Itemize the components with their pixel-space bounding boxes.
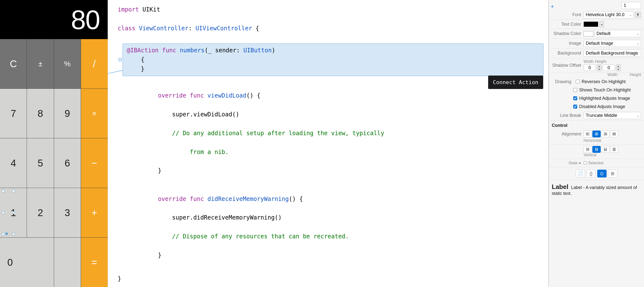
shadow-offset-width-input[interactable]: 0: [584, 64, 596, 71]
state-checkbox[interactable]: [584, 161, 587, 165]
editor-content: import UIKit class ViewController: UIVie…: [108, 0, 548, 287]
line-break-label: Line Break: [552, 113, 584, 118]
image-label: Image: [552, 41, 584, 46]
calc-btn-0[interactable]: 0: [0, 238, 54, 287]
svg-rect-11: [604, 135, 607, 135]
code-line-blank3: [118, 77, 544, 86]
align-left-button[interactable]: [584, 131, 592, 137]
highlighted-adjusts-image-label: Highlighted Adjusts Image: [579, 96, 630, 101]
icon-row: 📄 {} ⊙ ⊞: [549, 167, 644, 180]
svg-rect-6: [595, 133, 598, 133]
align-right-button[interactable]: [601, 131, 610, 137]
highlighted-ibaction-block: @IBAction func numbers(_ sender: UIButto…: [122, 43, 544, 76]
text-color-row: Text Color ⌄: [549, 20, 644, 29]
calculator-display: 80: [0, 0, 108, 39]
height-col-label: Height: [630, 73, 641, 77]
plus-button[interactable]: +: [549, 3, 556, 10]
number-input[interactable]: [622, 2, 641, 9]
svg-rect-24: [613, 148, 614, 151]
reverses-on-highlight-checkbox[interactable]: [576, 80, 580, 84]
shows-touch-on-highlight-label: Shows Touch On Highlight: [579, 87, 631, 93]
svg-rect-26: [615, 148, 615, 151]
stepper-up[interactable]: ▲: [597, 64, 602, 68]
editor-panel: import UIKit class ViewController: UIVie…: [108, 0, 548, 287]
calc-btn-8[interactable]: 8: [27, 89, 54, 138]
disabled-adjusts-image-label: Disabled Adjusts Image: [579, 104, 625, 109]
width-label: Width: [584, 59, 594, 64]
calc-btn-clear[interactable]: C: [0, 39, 27, 88]
svg-rect-17: [588, 148, 589, 151]
icon-circle-btn[interactable]: ⊙: [597, 170, 606, 178]
shows-touch-on-highlight-checkbox[interactable]: [573, 88, 577, 92]
shadow-color-swatch[interactable]: [584, 31, 593, 36]
height-label: Height: [595, 59, 606, 64]
font-type-button[interactable]: T: [635, 12, 641, 18]
align-fill-v-button[interactable]: [610, 146, 618, 153]
stepper-down[interactable]: ▼: [597, 68, 602, 71]
text-color-arrow[interactable]: ⌄: [599, 21, 604, 27]
calc-btn-3[interactable]: 3: [54, 188, 81, 237]
image-value[interactable]: Default Image: [584, 40, 641, 47]
calc-btn-9[interactable]: 9: [54, 89, 81, 138]
calc-btn-6[interactable]: 6: [54, 138, 81, 188]
shadow-offset-height-stepper[interactable]: ▲ ▼: [616, 64, 621, 71]
display-value: 80: [71, 4, 100, 35]
alignment-horizontal-row: Alignment Horizontal: [549, 129, 644, 144]
shadow-offset-width-stepper[interactable]: ▲ ▼: [597, 64, 602, 71]
vertical-label: Vertical: [584, 153, 596, 157]
shadow-color-row: Shadow Color Default: [549, 29, 644, 39]
calc-btn-5[interactable]: 5: [27, 138, 54, 188]
code-line-super-memory: super.didReceiveMemoryWarning(): [122, 208, 544, 227]
drawing-label: Drawing: [552, 79, 574, 84]
align-top-button[interactable]: [584, 146, 592, 153]
calc-btn-plusminus[interactable]: ±: [27, 39, 54, 88]
icon-page-btn[interactable]: 📄: [576, 170, 585, 178]
svg-rect-8: [595, 135, 598, 135]
align-middle-button[interactable]: [592, 146, 601, 153]
code-line-ibaction: @IBAction func numbers(_ sender: UIButto…: [127, 46, 539, 55]
stepper-down-h[interactable]: ▼: [616, 68, 620, 71]
calc-btn-decimal[interactable]: [54, 238, 81, 287]
font-label: Font: [552, 12, 584, 17]
state-row: State ● Selected: [549, 159, 644, 167]
horizontal-alignment-group: [584, 131, 618, 137]
code-line-close-viewdidload: }: [122, 161, 544, 180]
svg-rect-19: [596, 148, 597, 151]
code-line-open-brace: {: [127, 55, 539, 64]
align-fill-button[interactable]: [610, 131, 618, 137]
svg-rect-14: [612, 135, 616, 135]
highlighted-adjusts-image-checkbox[interactable]: [573, 96, 577, 100]
icon-grid-btn[interactable]: ⊞: [608, 170, 617, 178]
calc-btn-percent[interactable]: %: [54, 39, 81, 88]
reverses-on-highlight-row: Drawing Reverses On Highlight: [549, 77, 644, 86]
calc-btn-add[interactable]: +: [81, 188, 108, 237]
calc-btn-equals[interactable]: =: [81, 238, 108, 287]
horizontal-label: Horizontal: [584, 138, 601, 143]
alignment-label: Alignment: [552, 132, 584, 137]
text-color-swatch[interactable]: [584, 21, 598, 27]
selected-label: Selected: [588, 161, 604, 165]
shadow-color-value[interactable]: Default: [594, 30, 641, 37]
icon-curly-btn[interactable]: {}: [586, 170, 596, 178]
calc-btn-subtract[interactable]: −: [81, 138, 108, 188]
calc-btn-1[interactable]: 1: [0, 188, 27, 237]
background-value[interactable]: Default Background Image: [584, 50, 641, 57]
calc-btn-multiply[interactable]: ×: [81, 89, 108, 138]
calc-btn-divide[interactable]: /: [81, 39, 108, 88]
svg-rect-23: [606, 148, 606, 151]
label-section: Label Label - A variably sized amount of…: [549, 180, 644, 199]
svg-rect-21: [604, 148, 604, 151]
calc-btn-2[interactable]: 2: [27, 188, 54, 237]
font-value[interactable]: Helvetica Light 30.0: [584, 11, 634, 18]
image-row: Image Default Image: [549, 39, 644, 48]
calc-btn-7[interactable]: 7: [0, 89, 27, 138]
align-center-button[interactable]: [592, 131, 601, 137]
disabled-adjusts-image-checkbox[interactable]: [573, 105, 577, 109]
line-break-value[interactable]: Truncate Middle: [584, 112, 641, 119]
shadow-offset-height-input[interactable]: 0: [603, 64, 615, 71]
calc-btn-4[interactable]: 4: [0, 138, 27, 188]
align-bottom-button[interactable]: [601, 146, 610, 153]
reverses-on-highlight-label: Reverses On Highlight: [582, 79, 626, 84]
stepper-up-h[interactable]: ▲: [616, 64, 620, 68]
text-color-label: Text Color: [552, 22, 584, 27]
